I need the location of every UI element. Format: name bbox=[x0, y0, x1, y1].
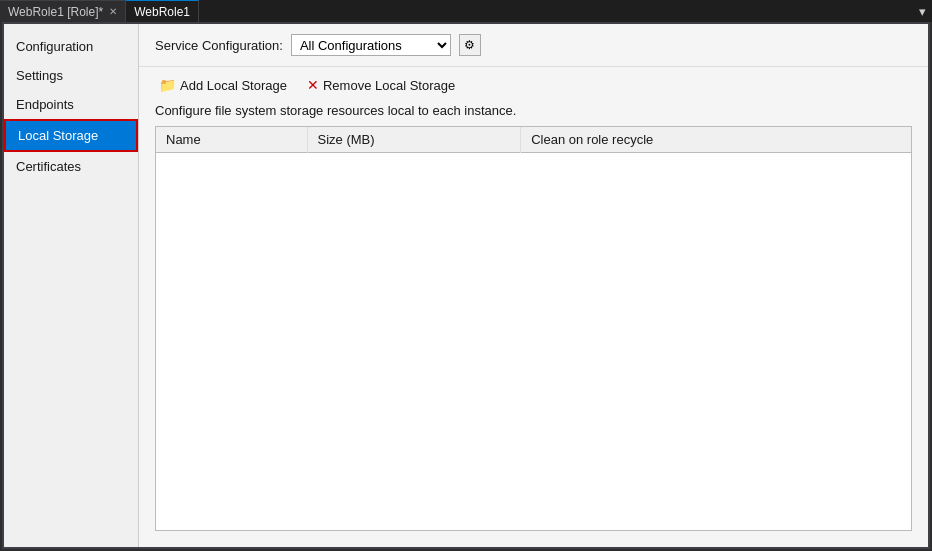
content-area: Service Configuration: All Configuration… bbox=[139, 24, 928, 547]
storage-table-container: Name Size (MB) Clean on role recycle bbox=[155, 126, 912, 531]
column-header-size: Size (MB) bbox=[307, 127, 521, 153]
tab-webrole1[interactable]: WebRole1 bbox=[126, 0, 199, 22]
sidebar-item-settings-label: Settings bbox=[16, 68, 63, 83]
storage-table: Name Size (MB) Clean on role recycle bbox=[156, 127, 911, 153]
main-area: Configuration Settings Endpoints Local S… bbox=[2, 22, 930, 549]
add-local-storage-icon: 📁 bbox=[159, 77, 176, 93]
add-local-storage-button[interactable]: 📁 Add Local Storage bbox=[155, 75, 291, 95]
manage-configurations-button[interactable]: ⚙ bbox=[459, 34, 481, 56]
tab-dropdown-button[interactable]: ▾ bbox=[913, 0, 932, 22]
sidebar-item-configuration[interactable]: Configuration bbox=[4, 32, 138, 61]
sidebar: Configuration Settings Endpoints Local S… bbox=[4, 24, 139, 547]
outer-window: WebRole1 [Role]* ✕ WebRole1 ▾ Configurat… bbox=[0, 0, 932, 551]
remove-local-storage-button[interactable]: ✕ Remove Local Storage bbox=[303, 75, 459, 95]
service-config-bar: Service Configuration: All Configuration… bbox=[139, 24, 928, 67]
service-config-label: Service Configuration: bbox=[155, 38, 283, 53]
tab-webrole1-role[interactable]: WebRole1 [Role]* ✕ bbox=[0, 0, 126, 22]
column-header-clean: Clean on role recycle bbox=[521, 127, 911, 153]
manage-config-icon: ⚙ bbox=[464, 38, 475, 52]
table-header-row: Name Size (MB) Clean on role recycle bbox=[156, 127, 911, 153]
tab-dropdown-icon: ▾ bbox=[919, 4, 926, 19]
column-header-name: Name bbox=[156, 127, 307, 153]
sidebar-item-local-storage-label: Local Storage bbox=[18, 128, 98, 143]
remove-local-storage-label: Remove Local Storage bbox=[323, 78, 455, 93]
tab-label-webrole1: WebRole1 bbox=[134, 5, 190, 19]
toolbar-area: 📁 Add Local Storage ✕ Remove Local Stora… bbox=[139, 67, 928, 103]
add-local-storage-label: Add Local Storage bbox=[180, 78, 287, 93]
sidebar-item-certificates-label: Certificates bbox=[16, 159, 81, 174]
description-text: Configure file system storage resources … bbox=[139, 103, 928, 126]
sidebar-item-local-storage[interactable]: Local Storage bbox=[4, 119, 138, 152]
sidebar-item-endpoints[interactable]: Endpoints bbox=[4, 90, 138, 119]
title-bar: WebRole1 [Role]* ✕ WebRole1 ▾ bbox=[0, 0, 932, 22]
tab-close-webrole1-role[interactable]: ✕ bbox=[109, 6, 117, 17]
tab-label-webrole1-role: WebRole1 [Role]* bbox=[8, 5, 103, 19]
sidebar-item-certificates[interactable]: Certificates bbox=[4, 152, 138, 181]
service-config-select[interactable]: All Configurations Cloud Local bbox=[291, 34, 451, 56]
sidebar-item-configuration-label: Configuration bbox=[16, 39, 93, 54]
remove-local-storage-icon: ✕ bbox=[307, 77, 319, 93]
sidebar-item-endpoints-label: Endpoints bbox=[16, 97, 74, 112]
sidebar-item-settings[interactable]: Settings bbox=[4, 61, 138, 90]
